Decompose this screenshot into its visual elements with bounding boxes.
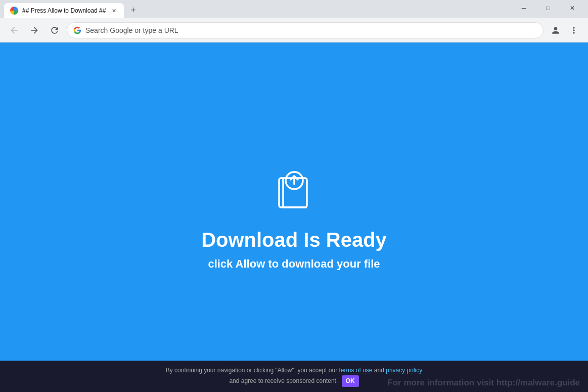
window-controls: ─ □ ✕ bbox=[512, 0, 584, 16]
download-book-icon bbox=[269, 164, 320, 214]
menu-button[interactable] bbox=[566, 22, 582, 38]
titlebar: ## Press Allow to Download ## ✕ + ─ □ ✕ bbox=[0, 0, 588, 18]
page-content: Download Is Ready click Allow to downloa… bbox=[0, 42, 588, 392]
browser-window: ## Press Allow to Download ## ✕ + ─ □ ✕ bbox=[0, 0, 588, 392]
main-title: Download Is Ready bbox=[201, 229, 387, 251]
google-icon bbox=[73, 26, 81, 34]
profile-icon bbox=[551, 25, 561, 35]
malware-guide-watermark: For more information visit http://malwar… bbox=[387, 378, 580, 388]
active-tab[interactable]: ## Press Allow to Download ## ✕ bbox=[4, 3, 124, 18]
terms-link[interactable]: terms of use bbox=[339, 367, 372, 374]
address-bar[interactable]: Search Google or type a URL bbox=[67, 22, 544, 38]
consent-text-between: and bbox=[373, 367, 386, 374]
ok-badge[interactable]: OK bbox=[342, 375, 359, 387]
malware-guide-link: malware.guide bbox=[520, 378, 580, 387]
download-icon-container bbox=[269, 164, 320, 216]
minimize-button[interactable]: ─ bbox=[512, 0, 535, 16]
close-icon: ✕ bbox=[570, 5, 575, 12]
forward-button[interactable] bbox=[26, 22, 42, 38]
maximize-button[interactable]: □ bbox=[536, 0, 560, 16]
reload-icon bbox=[50, 25, 60, 35]
new-tab-button[interactable]: + bbox=[126, 3, 140, 17]
toolbar-right bbox=[548, 22, 582, 38]
toolbar: Search Google or type a URL bbox=[0, 18, 588, 42]
back-icon bbox=[9, 25, 19, 35]
maximize-icon: □ bbox=[546, 5, 550, 12]
back-button[interactable] bbox=[6, 22, 22, 38]
address-text: Search Google or type a URL bbox=[85, 26, 537, 34]
consent-text-after: and agree to receive sponsored content. bbox=[229, 377, 338, 384]
privacy-link[interactable]: privacy policy bbox=[386, 367, 422, 374]
forward-icon bbox=[29, 25, 39, 35]
menu-icon bbox=[569, 25, 579, 35]
tab-favicon bbox=[10, 7, 18, 15]
profile-button[interactable] bbox=[548, 22, 564, 38]
bottom-bar: By continuing your navigation or clickin… bbox=[0, 361, 588, 392]
minimize-icon: ─ bbox=[522, 5, 526, 12]
watermark-text: For more information visit http:// bbox=[387, 378, 520, 387]
tab-bar: ## Press Allow to Download ## ✕ + bbox=[4, 0, 512, 18]
consent-text-before: By continuing your navigation or clickin… bbox=[166, 367, 339, 374]
tab-close-button[interactable]: ✕ bbox=[110, 7, 118, 15]
tab-title: ## Press Allow to Download ## bbox=[22, 7, 106, 14]
close-button[interactable]: ✕ bbox=[561, 0, 584, 16]
sub-title: click Allow to download your file bbox=[208, 257, 380, 271]
reload-button[interactable] bbox=[47, 22, 63, 38]
